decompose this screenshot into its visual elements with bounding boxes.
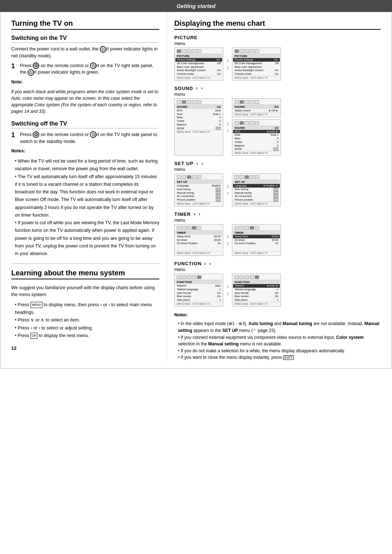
header-title: Getting started [177,3,216,9]
su2-5 [255,175,259,179]
picture-screen2-row1: Picture settings OK [233,58,280,62]
right-column: Displaying the menu chart PICTURE menu [167,12,381,361]
picture-menu-section: PICTURE menu PICTURE [174,35,381,81]
sound-header1: SOUND 1/2 [175,105,222,109]
sound-chevrons: ‹ › [196,86,203,91]
tv-icon-5 [197,49,201,53]
picture-row3: Base color adjustment [175,65,222,69]
section1-title: Turning the TV on [11,19,159,30]
picture-menu-pair: PICTURE Picture settings OK 3D Color man… [174,48,381,81]
sound-icons2 [233,99,280,105]
tv-icon-6 [234,49,239,53]
picture-icons-row1 [175,49,222,54]
si2-3 [245,100,249,104]
function-arrow: ↓ ↑ [225,274,230,307]
tv-icon-7 [240,49,244,53]
sound-r3: Bass0 [175,116,222,119]
notes-list: When the TV will not be used for a long … [11,157,159,258]
sound-footer2: MENU Back EXIT Watch TV [233,112,280,116]
fi-5 [197,275,201,279]
timer-screens: TIMER Sleep timer00:00 On timer00:00 On … [174,224,381,256]
menu-icon: ⏻ [33,62,39,69]
right-note-2: If you connect external equipment via co… [178,334,381,348]
switching-off-section: Switching off the TV 1 Press ⏻ on the re… [11,120,159,258]
sound-icons1 [175,99,222,105]
setup-manual: Manual tuningOK [175,191,222,195]
sound-dual-h: DualDual 1 [233,133,280,137]
setup-sub: menu [174,167,381,172]
right-title: Displaying the menu chart [174,19,381,30]
menu-system-section: Learning about the menu system We sugges… [11,269,159,340]
setup-screen2: SET UP Language◄ English ► Auto tuningOK… [232,173,281,206]
sound-r2: DualDual 1 [175,112,222,116]
ti2-1 [234,226,239,230]
func-r4: Blue screenOn [175,295,222,298]
func-r2: Teletext language1 [175,288,222,291]
sound-treble-h: Treble0 [233,140,280,144]
tv-icon-10 [255,49,259,53]
function-chevrons: ‹ › [204,261,211,266]
fi-4 [192,275,196,279]
function-screens: FUNCTION TeletextAuto Teletext language1… [174,274,381,307]
timer-on-h: On timer00:00 [233,238,280,242]
su-4 [192,175,196,179]
setup-label: SET UP [174,161,193,166]
fi2-2 [240,275,244,279]
note-label: Note: [11,79,159,86]
setup-pic: Picture positionOK [175,198,222,202]
menu-bullet-4: Press OK to display the next menu. [15,332,159,340]
tv-icon-9 [250,49,254,53]
func-tele-h: Teletext◄ Auto ► [233,284,280,288]
picture-screen1: PICTURE Picture settings OK 3D Color man… [174,48,223,81]
setup-header1: SET UP [175,180,222,184]
fi2-1 [234,275,239,279]
function-header1: FUNCTION [175,280,222,284]
func-auto-h: Auto formatOn [233,291,280,295]
function-sub: menu [174,267,381,272]
section2-intro: We suggest you familiarize yourself with… [11,284,159,298]
si2-2 [240,100,244,104]
su2-2 [240,175,244,179]
setup-screens: SET UP LanguageEnglish Auto tuningOK Man… [174,173,381,206]
step1: 1 Press ⏻ on the remote control or ⏻/I o… [11,62,159,76]
func-blue-h: Blue screenOn [233,295,280,298]
sound-arrow: ↓ ↑ [225,98,230,156]
setup-av: AV connectionOK [175,194,222,198]
tv-icon-3 [187,49,191,53]
tv-icon-8 [245,49,249,53]
power-icon3: ⏻ [28,69,34,76]
timer-label: TIMER [174,212,191,217]
picture-label: PICTURE [174,35,197,40]
switching-on-title: Switching on the TV [11,35,159,43]
power-btn-icon: ⏻ [33,131,39,138]
timer-pos-h: On timer Position01 [233,242,280,245]
function-label: FUNCTION [174,261,201,266]
sound-right-col: SOUND 2/2 Stable sound ◄ Off ► MENU Back… [232,98,281,156]
ti-4 [192,226,196,230]
right-note-4: If you want to close the menu display in… [178,354,381,361]
setup-chevrons: ‹ › [196,161,203,166]
su2-1 [234,175,239,179]
timer-sleep-h: Sleep timer00:00 [233,235,280,238]
timer-screen2: TIMER Sleep timer00:00 On timer00:00 On … [232,224,281,256]
function-header2: FUNCTION [233,280,280,284]
su-3 [187,175,191,179]
sound-r6: WOWOK [175,127,222,130]
si2-1 [234,100,239,104]
sound-screen2: SOUND 2/2 Stable sound ◄ Off ► MENU Back… [232,98,281,117]
main-content: Turning the TV on Switching on the TV Co… [0,12,392,369]
tv-icon-4 [192,49,196,53]
ti-2 [182,226,186,230]
page-container: Getting started Turning the TV on Switch… [0,0,392,554]
timer-arrow: ↓ ↑ [225,224,230,256]
menu-bullet-3: Press ‹ or › to select or adjust setting… [15,324,159,332]
divider [11,263,159,264]
picture-footer2: MENU Back EXIT Watch TV [233,76,280,79]
sound-screens-row: SOUND 1/2 MTSAuto DualDual 1 Bass0 Trebl… [174,98,381,156]
note-item-3: If power is cut off while you are viewin… [15,219,159,258]
tv-icon-1 [177,49,181,53]
function-footer1: MENU Back EXIT Watch TV [175,302,222,305]
setup-icons1 [175,175,222,180]
function-footer2: MENU Back EXIT Watch TV [233,302,280,305]
sound-screen3: SOUND 1/2 MTS◄ Auto ► DualDual 1 Bass0 T… [232,119,281,156]
